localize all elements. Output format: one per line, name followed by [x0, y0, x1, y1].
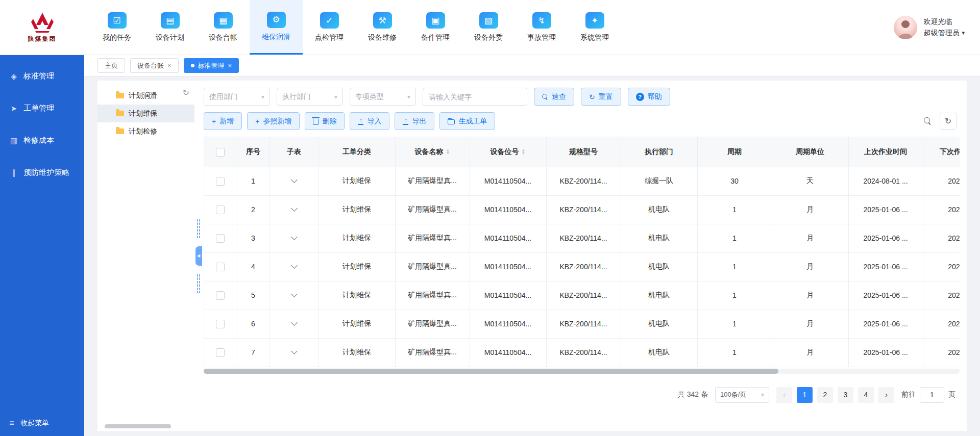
generate-work-order-button[interactable]: 生成工单 — [439, 112, 495, 130]
tree-horizontal-scrollbar[interactable] — [105, 424, 171, 428]
expand-chevron-icon[interactable] — [291, 234, 298, 240]
collapse-panel-arrow[interactable]: ◀ — [195, 246, 202, 266]
close-icon[interactable]: × — [167, 62, 172, 69]
sidebar-item-preventive-strategy[interactable]: ∥ 预防维护策略 — [0, 157, 84, 189]
tree-item-planned-maintenance[interactable]: 计划维保 — [97, 105, 194, 122]
column-header-subtable: 子表 — [270, 137, 318, 167]
page-button-1[interactable]: 1 — [797, 387, 813, 403]
total-count: 共 342 条 — [678, 390, 708, 399]
row-checkbox[interactable] — [216, 263, 225, 271]
using-department-select[interactable]: 使用部门 ▾ — [204, 88, 270, 106]
expand-chevron-icon[interactable] — [291, 262, 298, 269]
sidebar-item-standard-management[interactable]: ◈ 标准管理 — [0, 60, 84, 92]
page-button-3[interactable]: 3 — [838, 387, 853, 403]
sidebar-item-overhaul-cost[interactable]: ▥ 检修成本 — [0, 124, 84, 157]
logo-icon — [26, 12, 59, 33]
tab-bar: 主页 设备台账 × 标准管理 × — [84, 55, 980, 76]
tab-standard-management[interactable]: 标准管理 × — [184, 58, 239, 73]
topnav-item-equipment-repair[interactable]: ⚒ 设备维修 — [356, 0, 409, 55]
cell-equipment-tag: M014110504... — [470, 224, 546, 252]
page-button-4[interactable]: 4 — [858, 387, 874, 403]
reset-button[interactable]: ↻ 重置 — [581, 88, 621, 106]
expand-chevron-icon[interactable] — [291, 291, 298, 297]
expand-chevron-icon[interactable] — [291, 319, 298, 326]
tab-home[interactable]: 主页 — [97, 58, 125, 73]
cell-equipment-name: 矿用隔爆型真... — [395, 224, 470, 252]
cell-cycle: 1 — [697, 281, 772, 310]
row-checkbox[interactable] — [216, 320, 225, 328]
column-header-label: 设备名称 — [415, 147, 444, 156]
table-row[interactable]: 1 计划维保 矿用隔爆型真... M014110504... KBZ-200/1… — [204, 167, 960, 195]
top-navigation: 陕煤集团 ☑ 我的任务 ▤ 设备计划 ▦ 设备台帐 ⚙ 维保润滑 ✓ 点检管理 — [0, 0, 980, 55]
cell-model: KBZ-200/114... — [546, 224, 621, 252]
add-by-reference-button[interactable]: + 参照新增 — [247, 112, 300, 130]
table-refresh-button[interactable]: ↻ — [940, 113, 957, 130]
quick-search-button[interactable]: 速查 — [534, 88, 574, 106]
tree-item-planned-overhaul[interactable]: 计划检修 — [97, 122, 194, 140]
topnav-item-my-tasks[interactable]: ☑ 我的任务 — [90, 0, 143, 55]
select-all-checkbox[interactable] — [216, 148, 225, 157]
row-checkbox[interactable] — [216, 177, 225, 186]
user-role-dropdown[interactable]: 超级管理员 ▾ — [923, 28, 965, 39]
table-row[interactable]: 6 计划维保 矿用隔爆型真... M014110504... KBZ-200/1… — [204, 310, 960, 338]
avatar[interactable] — [894, 16, 917, 39]
cell-seq: 4 — [237, 252, 270, 281]
import-button[interactable]: ↑ 导入 — [350, 112, 389, 130]
special-type-select[interactable]: 专项类型 ▾ — [350, 88, 416, 106]
keyword-input[interactable] — [423, 88, 527, 106]
sidebar-item-work-order-management[interactable]: ➤ 工单管理 — [0, 92, 84, 124]
table-row[interactable]: 7 计划维保 矿用隔爆型真... M014110504... KBZ-200/1… — [204, 338, 960, 367]
chevron-down-icon: ▾ — [334, 93, 337, 100]
row-checkbox[interactable] — [216, 234, 225, 243]
topnav-item-accident[interactable]: ↯ 事故管理 — [515, 0, 568, 55]
table-horizontal-scrollbar[interactable] — [204, 369, 778, 374]
add-button[interactable]: + 新增 — [204, 112, 242, 130]
topnav-item-outsourcing[interactable]: ▧ 设备外委 — [462, 0, 515, 55]
column-header-equipment-name[interactable]: 设备名称▲▼ — [395, 137, 470, 167]
collapse-menu-button[interactable]: ≡ 收起菜单 — [0, 411, 84, 436]
page-button-2[interactable]: 2 — [817, 387, 833, 403]
row-checkbox[interactable] — [216, 348, 225, 357]
table-row[interactable]: 3 计划维保 矿用隔爆型真... M014110504... KBZ-200/1… — [204, 224, 960, 252]
table-row[interactable]: 5 计划维保 矿用隔爆型真... M014110504... KBZ-200/1… — [204, 281, 960, 310]
table-search-icon[interactable] — [924, 117, 932, 125]
topnav-item-maintenance-lubrication[interactable]: ⚙ 维保润滑 — [250, 0, 303, 55]
cell-category: 计划维保 — [318, 224, 395, 252]
row-checkbox[interactable] — [216, 206, 225, 214]
goto-page-input[interactable] — [920, 387, 944, 403]
cell-cycle-unit: 月 — [772, 338, 848, 367]
folder-icon — [116, 93, 124, 98]
table-row[interactable]: 4 计划维保 矿用隔爆型真... M014110504... KBZ-200/1… — [204, 252, 960, 281]
topnav-item-spare-parts[interactable]: ▣ 备件管理 — [409, 0, 462, 55]
expand-chevron-icon[interactable] — [291, 348, 298, 354]
cell-seq: 6 — [237, 310, 270, 338]
expand-chevron-icon[interactable] — [291, 176, 298, 183]
sort-icon[interactable]: ▲▼ — [446, 149, 450, 155]
prev-page-button[interactable]: ‹ — [776, 387, 792, 403]
tree-refresh-icon[interactable]: ↻ — [183, 89, 189, 97]
export-button[interactable]: ↑ 导出 — [395, 112, 434, 130]
column-header-equipment-tag[interactable]: 设备位号▲▼ — [470, 137, 546, 167]
sort-icon[interactable]: ▲▼ — [522, 149, 526, 155]
category-tree-panel: ↻ 计划润滑 计划维保 计划检修 — [97, 81, 194, 431]
topnav-item-spot-check[interactable]: ✓ 点检管理 — [303, 0, 356, 55]
cell-equipment-name: 矿用隔爆型真... — [395, 338, 470, 367]
cell-cycle-unit: 月 — [772, 281, 848, 310]
tab-equipment-ledger[interactable]: 设备台账 × — [130, 58, 179, 73]
expand-chevron-icon[interactable] — [291, 205, 298, 212]
topnav-item-equipment-plan[interactable]: ▤ 设备计划 — [143, 0, 197, 55]
delete-button[interactable]: 删除 — [305, 112, 345, 130]
cell-checkbox — [204, 195, 237, 224]
topnav-item-equipment-ledger[interactable]: ▦ 设备台帐 — [197, 0, 250, 55]
topnav-item-system[interactable]: ✦ 系统管理 — [568, 0, 621, 55]
close-icon[interactable]: × — [228, 62, 232, 69]
row-checkbox[interactable] — [216, 291, 225, 300]
next-page-button[interactable]: › — [878, 387, 894, 403]
sidebar-item-label: 工单管理 — [23, 104, 54, 113]
executing-department-select[interactable]: 执行部门 ▾ — [277, 88, 343, 106]
tree-item-planned-lubrication[interactable]: 计划润滑 — [97, 87, 194, 105]
panel-splitter[interactable]: ◀ — [194, 81, 203, 431]
table-row[interactable]: 2 计划维保 矿用隔爆型真... M014110504... KBZ-200/1… — [204, 195, 960, 224]
page-size-select[interactable]: 100条/页 ▾ — [715, 387, 769, 403]
help-button[interactable]: ? 帮助 — [628, 88, 670, 106]
